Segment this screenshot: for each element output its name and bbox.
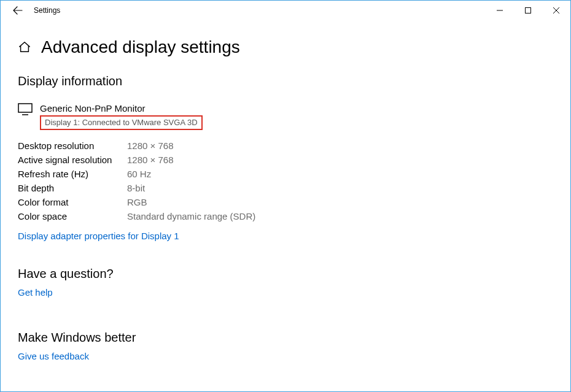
info-label: Color format bbox=[18, 197, 127, 207]
monitor-text: Generic Non-PnP Monitor Display 1: Conne… bbox=[40, 102, 203, 130]
info-value: 1280 × 768 bbox=[127, 140, 174, 151]
page-header: Advanced display settings bbox=[18, 37, 553, 57]
info-row: Bit depth 8-bit bbox=[18, 181, 553, 195]
info-value: RGB bbox=[127, 197, 147, 207]
connection-highlight: Display 1: Connected to VMware SVGA 3D bbox=[40, 115, 203, 130]
question-heading: Have a question? bbox=[18, 267, 553, 281]
maximize-icon bbox=[525, 7, 531, 13]
window-controls bbox=[486, 1, 570, 20]
close-button[interactable] bbox=[542, 1, 570, 20]
info-label: Bit depth bbox=[18, 183, 127, 193]
info-row: Active signal resolution 1280 × 768 bbox=[18, 153, 553, 167]
page-title: Advanced display settings bbox=[41, 37, 240, 57]
info-value: Standard dynamic range (SDR) bbox=[127, 211, 255, 221]
display-info-table: Desktop resolution 1280 × 768 Active sig… bbox=[18, 139, 553, 223]
titlebar: Settings bbox=[1, 1, 570, 20]
display-info-heading: Display information bbox=[18, 74, 553, 88]
info-label: Active signal resolution bbox=[18, 155, 127, 165]
app-title: Settings bbox=[30, 6, 60, 15]
info-row: Color space Standard dynamic range (SDR) bbox=[18, 209, 553, 223]
info-label: Color space bbox=[18, 211, 127, 221]
info-value: 8-bit bbox=[127, 183, 145, 193]
svg-rect-0 bbox=[526, 8, 531, 13]
arrow-left-icon bbox=[13, 6, 23, 15]
monitor-icon bbox=[18, 103, 33, 115]
feedback-heading: Make Windows better bbox=[18, 331, 553, 345]
home-icon[interactable] bbox=[18, 40, 31, 54]
minimize-button[interactable] bbox=[486, 1, 514, 20]
info-row: Refresh rate (Hz) 60 Hz bbox=[18, 167, 553, 181]
info-row: Desktop resolution 1280 × 768 bbox=[18, 139, 553, 153]
adapter-properties-link[interactable]: Display adapter properties for Display 1 bbox=[18, 231, 179, 241]
info-value: 1280 × 768 bbox=[127, 155, 174, 165]
back-button[interactable] bbox=[6, 1, 30, 20]
monitor-name: Generic Non-PnP Monitor bbox=[40, 102, 203, 115]
feedback-link[interactable]: Give us feedback bbox=[18, 351, 89, 361]
close-icon bbox=[553, 7, 559, 13]
info-label: Refresh rate (Hz) bbox=[18, 169, 127, 179]
minimize-icon bbox=[497, 7, 503, 13]
svg-rect-1 bbox=[18, 104, 32, 112]
content-area: Advanced display settings Display inform… bbox=[1, 20, 570, 361]
monitor-row: Generic Non-PnP Monitor Display 1: Conne… bbox=[18, 102, 553, 130]
info-value: 60 Hz bbox=[127, 169, 151, 179]
get-help-link[interactable]: Get help bbox=[18, 287, 53, 298]
maximize-button[interactable] bbox=[514, 1, 542, 20]
info-row: Color format RGB bbox=[18, 195, 553, 209]
info-label: Desktop resolution bbox=[18, 140, 127, 151]
